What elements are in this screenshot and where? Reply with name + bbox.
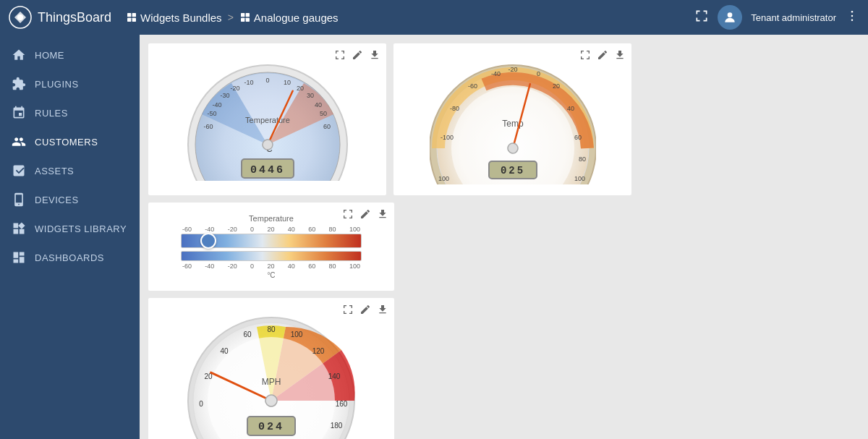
svg-text:-10: -10 [244,79,253,86]
home-icon [12,48,26,62]
widget4-edit-btn[interactable] [359,304,371,318]
svg-text:40: 40 [220,347,229,355]
svg-text:50: 50 [319,110,326,117]
sidebar-item-rules-label: RULES [35,108,68,119]
svg-text:-40: -40 [212,101,221,108]
svg-text:025: 025 [500,165,524,176]
user-name: Tenant administrator [751,12,836,23]
widget2-edit-btn[interactable] [597,49,608,64]
widget1-actions [334,49,380,64]
svg-point-12 [851,14,854,17]
svg-text:-60: -60 [203,123,213,130]
svg-text:-20: -20 [230,85,239,92]
svg-text:-20: -20 [508,66,517,73]
svg-text:-80: -80 [450,105,459,112]
widget3-actions [342,208,388,223]
svg-rect-9 [245,18,249,22]
user-avatar[interactable] [718,5,742,30]
sidebar-item-rules[interactable]: RULES [0,98,140,127]
sidebar-item-home-label: HOME [35,50,64,61]
sidebar-item-devices[interactable]: DEVICES [0,185,140,214]
svg-text:120: 120 [312,347,325,355]
devices-icon [12,192,26,207]
svg-text:0446: 0446 [250,164,284,176]
more-icon[interactable] [845,9,859,27]
breadcrumb-separator: > [228,12,234,23]
sidebar-item-customers[interactable]: CUSTOMERS [0,127,140,156]
svg-text:40: 40 [567,105,574,112]
svg-text:10: 10 [283,79,290,86]
svg-text:-50: -50 [207,110,216,117]
svg-text:180: 180 [331,422,343,430]
svg-point-11 [851,10,854,12]
svg-text:-30: -30 [220,92,229,99]
gauge2-svg: -100 -80 -60 -40 -20 0 20 40 60 80 100 1… [430,54,596,184]
svg-rect-2 [127,13,131,17]
widget4-download-btn[interactable] [377,304,388,318]
svg-rect-6 [241,13,244,17]
linear-gauge-unit: °C [181,271,362,279]
logo-text: ThingsBoard [38,10,111,25]
widgets-row-3: 0 20 40 60 80 100 120 140 160 180 MPH [148,298,859,439]
sidebar-item-customers-label: CUSTOMERS [35,137,98,148]
empty-space-2 [401,203,859,291]
sidebar-item-dashboards[interactable]: DASHBOARDS [0,243,140,272]
svg-text:100: 100 [291,331,303,338]
svg-text:Temperature: Temperature [245,116,290,124]
topbar-right: Tenant administrator [694,5,859,30]
svg-point-1 [17,14,23,20]
svg-text:0: 0 [265,77,269,84]
widgets-row-2: Temperature -60-40-20020406080100 -60-40 [148,203,859,291]
widget4-expand-btn[interactable] [342,304,354,318]
widget1-edit-btn[interactable] [352,49,363,64]
rules-icon [12,106,26,120]
plugins-icon [12,77,26,91]
widget2-expand-btn[interactable] [579,49,591,64]
sidebar-item-assets[interactable]: ASSETS [0,156,140,185]
sidebar-item-plugins[interactable]: PLUGINS [0,69,140,98]
svg-text:40: 40 [314,101,321,108]
svg-text:0: 0 [537,70,540,77]
widget3-expand-btn[interactable] [342,208,354,223]
widget-gauge1: -60 -40 -20 0 20 40 60 -10 10 [148,43,386,195]
widget3-edit-btn[interactable] [359,208,371,223]
linear-gauge-title: Temperature [181,214,362,223]
sidebar-item-widgets-label: WIDGETS LIBRARY [35,223,127,234]
breadcrumb: Widgets Bundles > Analogue gauges [126,12,694,24]
sidebar-item-dashboards-label: DASHBOARDS [35,252,104,263]
svg-rect-5 [132,18,136,22]
widget3-download-btn[interactable] [377,208,388,223]
widgets-row-1: -60 -40 -20 0 20 40 60 -10 10 [148,43,859,195]
dashboards-icon [12,250,26,265]
app-logo[interactable]: ThingsBoard [9,6,111,29]
customers-icon [12,135,26,149]
svg-text:20: 20 [553,82,560,90]
svg-point-13 [851,19,854,21]
svg-rect-8 [241,18,244,22]
sidebar-item-widgets-library[interactable]: WIDGETS LIBRARY [0,214,140,243]
svg-text:024: 024 [258,421,284,433]
widget1-expand-btn[interactable] [334,49,346,64]
fullscreen-icon[interactable] [694,9,709,27]
sidebar-item-home[interactable]: HOME [0,41,140,69]
main-content: -60 -40 -20 0 20 40 60 -10 10 [140,35,868,439]
svg-text:MPH: MPH [262,377,281,387]
svg-text:80: 80 [579,155,586,163]
sidebar-item-devices-label: DEVICES [35,195,79,205]
svg-text:100: 100 [574,175,585,182]
widget-gauge4: 0 20 40 60 80 100 120 140 160 180 MPH [148,298,394,439]
widgets-icon [12,221,26,236]
widget2-actions [579,49,626,64]
svg-text:60: 60 [323,123,330,130]
svg-text:20: 20 [296,85,303,92]
empty-space-1 [639,43,859,195]
svg-text:-100: -100 [441,134,454,141]
assets-icon [12,163,26,178]
widget2-download-btn[interactable] [614,49,626,64]
widget1-download-btn[interactable] [369,49,380,64]
breadcrumb-part1[interactable]: Widgets Bundles [140,12,222,24]
breadcrumb-part2: Analogue gauges [254,12,339,24]
sidebar-item-plugins-label: PLUGINS [35,79,79,90]
gauge4-svg: 0 20 40 60 80 100 120 140 160 180 MPH [181,307,362,439]
widget4-actions [342,304,388,318]
